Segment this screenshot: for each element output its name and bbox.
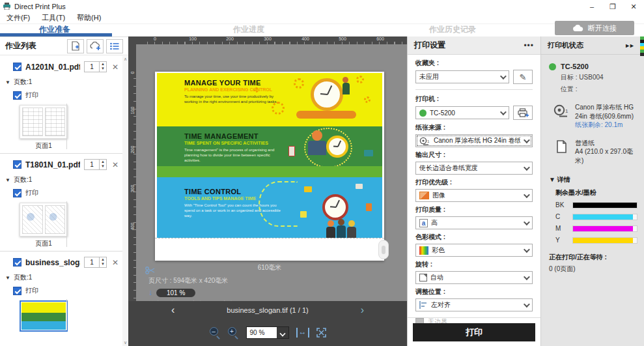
chevron-down-icon[interactable] <box>277 327 288 338</box>
remove-job-icon[interactable]: ✕ <box>112 160 119 169</box>
quality-icon: a <box>419 219 428 227</box>
copies-stepper[interactable]: 1▲▼ <box>84 257 107 268</box>
scroll-up-icon[interactable]: ∧ <box>124 57 127 62</box>
copies-stepper[interactable]: 1▲▼ <box>84 61 107 72</box>
job-name: T1801N_01.pdf <box>25 160 80 169</box>
paper-roll-end <box>378 240 389 259</box>
minimize-icon[interactable]: – <box>581 1 602 12</box>
add-cloud-button[interactable] <box>87 39 104 53</box>
job-checkbox[interactable] <box>13 63 21 71</box>
job-checkbox[interactable] <box>13 258 21 267</box>
menu-tools[interactable]: 工具(T) <box>42 13 65 23</box>
copies-stepper[interactable]: 1▲▼ <box>84 159 107 170</box>
favorites-select[interactable]: 未应用 <box>415 70 509 83</box>
remove-job-icon[interactable]: ✕ <box>112 63 119 72</box>
prev-page-icon[interactable]: ‹ <box>171 304 175 317</box>
page-thumbnail[interactable] <box>20 203 68 237</box>
job-name: A1201N_01.pdf <box>25 63 80 72</box>
disconnect-label: 断开连接 <box>588 23 617 33</box>
printer-online-icon <box>549 63 556 70</box>
add-printer-button[interactable] <box>513 106 533 120</box>
print-page-checkbox[interactable] <box>13 189 21 197</box>
add-file-button[interactable] <box>67 39 84 53</box>
disconnect-button[interactable]: 断开连接 <box>555 21 634 35</box>
zoom-in-button[interactable]: + <box>228 327 239 338</box>
chevron-down-icon <box>524 301 530 308</box>
ruler-tick-label: 200 <box>226 36 234 41</box>
menu-file[interactable]: 文件(F) <box>7 13 30 23</box>
paper-source-select[interactable]: 1 Canon 厚涂布纸 HG 24in 卷纸(609.6 <box>415 134 533 147</box>
spin-up-icon[interactable]: ▲ <box>100 160 106 164</box>
paper-preview[interactable]: MANAGE YOUR TIME PLANNING AND EXERCISING… <box>155 72 384 261</box>
battery-illustration <box>288 146 295 156</box>
cloud-icon <box>572 25 584 32</box>
maximize-icon[interactable]: ❐ <box>602 1 623 12</box>
copies-value: 1 <box>85 160 99 169</box>
print-quality-select[interactable]: a 高 <box>415 216 533 229</box>
svg-text:1: 1 <box>565 108 568 114</box>
print-priority-select[interactable]: 图像 <box>415 189 533 202</box>
position-select[interactable]: 左对齐 <box>415 298 533 311</box>
poster-section-management: TIME MANAGEMENT TIME SPENT ON SPECIFIC A… <box>157 126 382 177</box>
ink-bar-y <box>573 238 633 243</box>
spin-up-icon[interactable]: ▲ <box>100 62 106 66</box>
tab-job-history[interactable]: 作业历史记录 <box>429 24 476 35</box>
list-view-button[interactable] <box>106 39 123 53</box>
status-scroll-strip[interactable] <box>640 36 644 56</box>
job-checkbox[interactable] <box>13 160 21 169</box>
favorites-label: 收藏夹 : <box>415 59 533 68</box>
favorites-value: 未应用 <box>419 72 497 81</box>
close-icon[interactable]: ✕ <box>623 1 644 12</box>
fit-page-button[interactable] <box>316 328 326 338</box>
tab-job-progress[interactable]: 作业进度 <box>233 24 264 35</box>
window-title: Direct Print Plus <box>14 3 581 10</box>
collapse-triangle-icon[interactable]: ▼ <box>5 275 10 281</box>
print-page-checkbox[interactable] <box>13 91 21 100</box>
spin-down-icon[interactable]: ▼ <box>100 164 106 169</box>
more-options-icon[interactable]: ••• <box>524 41 534 50</box>
collapse-triangle-icon[interactable]: ▼ <box>5 79 10 85</box>
collapse-panel-icon[interactable]: ►► <box>624 42 634 49</box>
rotate-select[interactable]: 自动 <box>415 271 533 284</box>
printer-select[interactable]: TC-5200 <box>415 106 509 119</box>
ink-level-row: M <box>555 225 637 232</box>
page-thumbnail-selected[interactable] <box>20 300 68 332</box>
page-thumbnail[interactable] <box>20 105 68 139</box>
fit-width-button[interactable]: ↔ <box>296 328 309 338</box>
edit-favorites-button[interactable]: ✎ <box>513 70 533 84</box>
printer-field: 打印机 : TC-5200 <box>415 94 533 120</box>
print-priority-value: 图像 <box>432 191 520 200</box>
color-mode-select[interactable]: 彩色 <box>415 244 533 257</box>
pages-count-label: 页数:1 <box>14 175 32 184</box>
print-settings-title: 打印设置 <box>414 40 524 51</box>
print-settings-panel: 打印设置 ••• 收藏夹 : 未应用 ✎ 打印机 : <box>407 36 540 346</box>
zoom-level-select[interactable]: 90 % <box>246 326 289 339</box>
job-list-scrollbar[interactable]: ∧ ∨ <box>122 56 128 346</box>
zoom-level-value: 90 % <box>247 327 277 338</box>
favorites-field: 收藏夹 : 未应用 ✎ <box>415 59 533 84</box>
scroll-down-icon[interactable]: ∨ <box>124 340 127 345</box>
preview-canvas: MANAGE YOUR TIME PLANNING AND EXERCISING… <box>136 44 407 301</box>
output-size-select[interactable]: 使长边适合卷纸宽度 <box>415 162 533 175</box>
direct-print-plus-window: Direct Print Plus – ❐ ✕ 文件(F) 工具(T) 帮助(H… <box>0 0 644 346</box>
print-label: 打印 <box>25 91 38 100</box>
image-icon <box>419 192 429 199</box>
scissors-icon <box>145 266 156 275</box>
print-button[interactable]: 打印 <box>413 323 535 341</box>
details-toggle[interactable]: ▼ 详情 <box>549 175 637 184</box>
next-page-icon[interactable]: › <box>361 304 364 317</box>
remove-job-icon[interactable]: ✕ <box>112 258 119 267</box>
spin-down-icon[interactable]: ▼ <box>100 262 106 267</box>
paper-chip-illustration <box>366 203 372 211</box>
job-item-a1201n[interactable]: A1201N_01.pdf 1▲▼ ✕ ▼页数:1 打印 页面1 <box>0 56 122 154</box>
job-item-business-slogan[interactable]: business_slogan.tif 1▲▼ ✕ ▼页数:1 打印 <box>0 252 122 334</box>
job-item-t1801n[interactable]: T1801N_01.pdf 1▲▼ ✕ ▼页数:1 打印 页面1 <box>0 154 122 252</box>
spin-up-icon[interactable]: ▲ <box>100 257 106 262</box>
paper-chip-illustration <box>356 184 363 189</box>
spin-down-icon[interactable]: ▼ <box>100 66 106 71</box>
zoom-in-icon: + <box>228 327 236 336</box>
zoom-out-button[interactable]: – <box>210 327 221 338</box>
collapse-triangle-icon[interactable]: ▼ <box>5 177 10 183</box>
print-page-checkbox[interactable] <box>13 287 21 295</box>
menu-help[interactable]: 帮助(H) <box>77 13 101 23</box>
